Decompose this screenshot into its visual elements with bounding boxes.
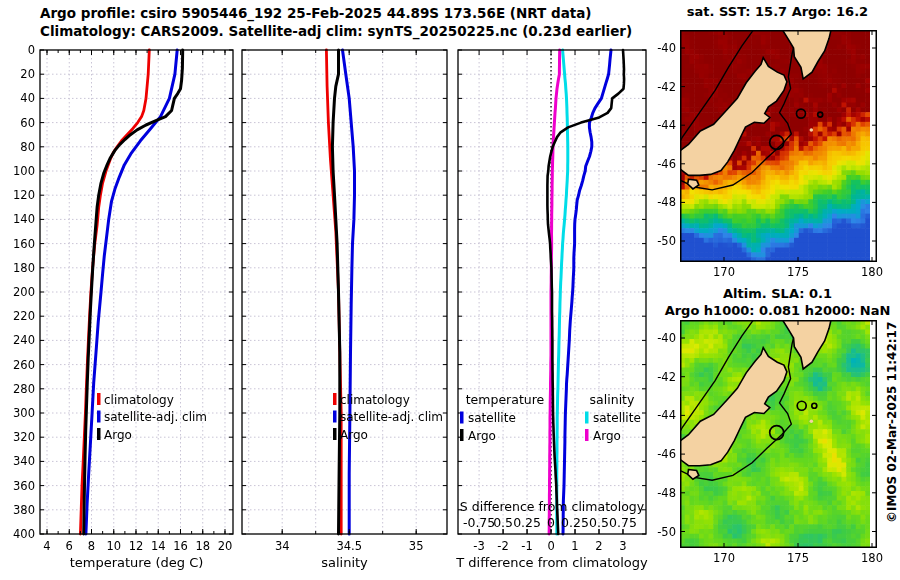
panel-difference: [458, 50, 646, 534]
legend-label: Argo: [468, 429, 496, 443]
depth-tick-label: 360: [13, 479, 35, 493]
depth-tick-label: 0: [28, 43, 35, 57]
depth-tick-label: 140: [13, 212, 35, 226]
legend-label: Argo: [104, 428, 132, 442]
tick-label: -1: [521, 539, 532, 553]
panel-salinity: [242, 50, 447, 534]
map-lat-tick-label: -50: [657, 525, 676, 539]
tick-label: 2: [595, 539, 602, 553]
legend-label: Argo: [593, 429, 621, 443]
legend-label: satellite: [468, 411, 516, 425]
tick-label: 0: [547, 539, 554, 553]
legend-header-temperature: temperature: [466, 392, 545, 407]
tick-label: 18: [195, 539, 210, 553]
figure-root: Argo profile: csiro 5905446_192 25-Feb-2…: [0, 0, 900, 580]
tick-label: 34.5: [336, 539, 362, 553]
profile-curve-satellite-adj. clim: [86, 50, 177, 534]
profile-curve-satellite-adj. clim: [343, 50, 355, 534]
legend-marker: [333, 393, 337, 405]
map-lon-tick-label: 170: [713, 265, 735, 279]
tick-label: 20: [218, 539, 233, 553]
tick-label: 4: [43, 539, 50, 553]
depth-tick-label: 20: [20, 67, 35, 81]
depth-tick-label: 100: [13, 164, 35, 178]
legend-marker: [97, 411, 101, 423]
map-lat-tick-label: -44: [657, 118, 676, 132]
legend-label: satellite-adj. clim: [104, 410, 207, 424]
legend-marker: [333, 411, 337, 423]
tick-label: 14: [151, 539, 166, 553]
map-lat-tick-label: -40: [657, 331, 676, 345]
tick-label: 16: [173, 539, 188, 553]
legend-header-salinity: salinity: [590, 392, 635, 407]
s-axis-tick-label: -0.75: [463, 515, 495, 530]
tick-label: 35: [409, 539, 424, 553]
map-lat-tick-label: -48: [657, 195, 676, 209]
legend-label: climatology: [104, 393, 174, 407]
tick-label: -2: [497, 539, 508, 553]
depth-tick-label: 160: [13, 237, 35, 251]
map-lat-tick-label: -48: [657, 486, 676, 500]
legend-marker: [585, 429, 589, 441]
depth-tick-label: 180: [13, 261, 35, 275]
s-axis-label: S difference from climatology: [460, 499, 645, 514]
depth-tick-label: 220: [13, 309, 35, 323]
tick-label: 8: [88, 539, 95, 553]
tick-label: 3: [619, 539, 626, 553]
s-axis-tick-label: 0.25: [513, 515, 541, 530]
legend-label: climatology: [340, 393, 410, 407]
depth-tick-label: 320: [13, 430, 35, 444]
legend-label: satellite-adj. clim: [340, 410, 443, 424]
legend-marker: [460, 412, 464, 424]
tick-label: 1: [571, 539, 578, 553]
legend-marker: [97, 428, 101, 440]
depth-tick-label: 260: [13, 358, 35, 372]
legend-label: satellite: [593, 411, 641, 425]
s-axis-tick-label: 0: [547, 515, 555, 530]
axis-label-difference: T difference from climatology: [455, 555, 648, 570]
map-lat-tick-label: -50: [657, 234, 676, 248]
axis-label-temperature: temperature (deg C): [70, 555, 204, 570]
map-lon-tick-label: 180: [861, 265, 883, 279]
depth-tick-label: 280: [13, 382, 35, 396]
tick-label: 34: [275, 539, 290, 553]
depth-tick-label: 200: [13, 285, 35, 299]
tick-label: 10: [106, 539, 121, 553]
tick-label: 12: [129, 539, 144, 553]
depth-tick-label: 40: [20, 91, 35, 105]
depth-tick-label: 340: [13, 454, 35, 468]
s-axis-tick-label: 0.75: [609, 515, 637, 530]
panel-temperature: [40, 50, 233, 534]
map-lat-tick-label: -42: [657, 80, 676, 94]
axis-label-salinity: salinity: [321, 555, 368, 570]
map-lat-tick-label: -46: [657, 157, 676, 171]
depth-tick-label: 60: [20, 116, 35, 130]
profile-panels: 4681012141618200204060801001201401601802…: [0, 0, 900, 580]
s-axis-tick-label: 0.5: [589, 515, 609, 530]
depth-tick-label: 120: [13, 188, 35, 202]
depth-tick-label: 400: [13, 527, 35, 541]
depth-tick-label: 300: [13, 406, 35, 420]
map-lon-tick-label: 180: [861, 551, 883, 565]
tick-label: -3: [473, 539, 484, 553]
depth-tick-label: 80: [20, 140, 35, 154]
map-lat-tick-label: -42: [657, 370, 676, 384]
map-lon-tick-label: 175: [787, 551, 809, 565]
legend-label: Argo: [340, 428, 368, 442]
map-lon-tick-label: 170: [713, 551, 735, 565]
legend-marker: [460, 429, 464, 441]
map-lat-tick-label: -44: [657, 408, 676, 422]
depth-tick-label: 380: [13, 503, 35, 517]
legend-marker: [585, 412, 589, 424]
legend-marker: [333, 428, 337, 440]
s-axis-tick-label: 0.25: [561, 515, 589, 530]
map-lat-tick-label: -46: [657, 447, 676, 461]
map-lat-tick-label: -40: [657, 41, 676, 55]
s-axis-tick-label: 0.5: [493, 515, 513, 530]
legend-marker: [97, 393, 101, 405]
tick-label: 6: [66, 539, 73, 553]
depth-tick-label: 240: [13, 333, 35, 347]
map-lon-tick-label: 175: [787, 265, 809, 279]
